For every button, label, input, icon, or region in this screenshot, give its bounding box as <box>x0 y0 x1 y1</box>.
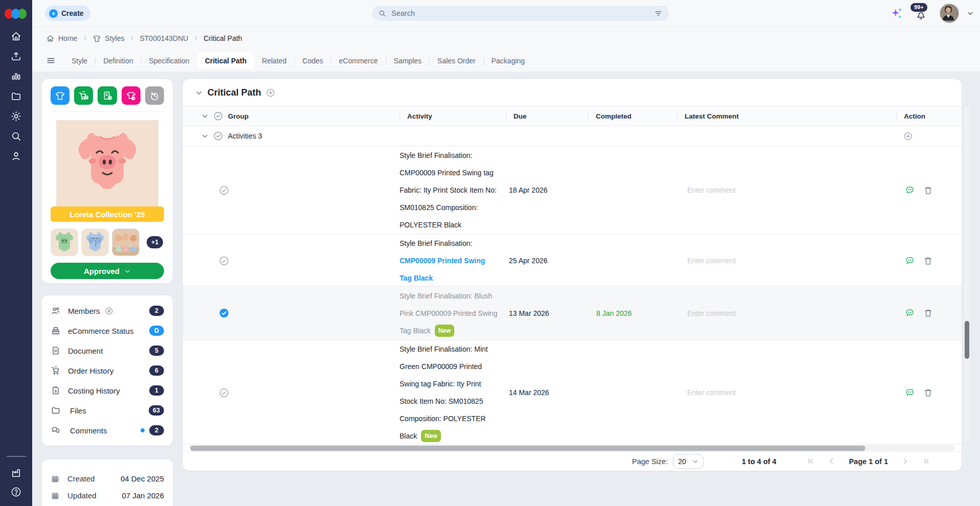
link-order-history[interactable]: Order History 6 <box>51 361 164 380</box>
check-all-icon[interactable] <box>213 111 223 121</box>
remove-style-button[interactable] <box>122 86 141 105</box>
tab-definition[interactable]: Definition <box>96 52 141 70</box>
horizontal-scrollbar-track[interactable] <box>189 445 955 451</box>
due-date[interactable]: 18 Apr 2026 <box>506 186 588 194</box>
thumbnail-blue-onesie[interactable] <box>81 228 109 256</box>
due-date[interactable]: 14 Mar 2026 <box>506 388 588 397</box>
help-icon[interactable] <box>10 486 22 498</box>
collection-banner[interactable]: Loreta Collection '25 <box>51 206 164 222</box>
comment-input[interactable] <box>677 388 882 397</box>
tab-specification[interactable]: Specification <box>142 52 197 70</box>
activity-link-line[interactable]: Tag Black <box>400 269 506 287</box>
breadcrumb-styles[interactable]: Styles <box>92 34 124 43</box>
previous-page-icon[interactable] <box>828 457 835 465</box>
trash-icon[interactable] <box>923 256 933 266</box>
tab-style[interactable]: Style <box>64 52 95 70</box>
home-icon[interactable] <box>10 31 22 42</box>
trash-icon[interactable] <box>923 308 933 318</box>
search-filter-icon[interactable] <box>654 9 663 18</box>
activity-cell[interactable]: Style Brief Finalisation: CMP00009 Print… <box>400 147 506 234</box>
link-comments[interactable]: Comments 2 <box>51 421 164 440</box>
reports-chart-icon[interactable] <box>10 71 22 82</box>
tab-critical-path[interactable]: Critical Path <box>197 52 254 70</box>
group-collapse-chevron-icon[interactable] <box>201 132 208 140</box>
tab-related[interactable]: Related <box>254 52 294 70</box>
row-checkbox-checked[interactable] <box>219 308 229 318</box>
page-size-select[interactable]: 20 <box>673 454 704 469</box>
activity-cell[interactable]: Style Brief Finalisation: Blush Pink CMP… <box>400 287 506 339</box>
comment-icon[interactable] <box>904 308 915 318</box>
more-images-badge[interactable]: +1 <box>147 236 163 248</box>
profile-chevron-down-icon[interactable] <box>967 10 974 17</box>
collapse-chevron-icon[interactable] <box>195 89 203 97</box>
add-activity-icon[interactable] <box>903 131 913 141</box>
row-checkbox-unchecked[interactable] <box>219 387 229 398</box>
comment-icon[interactable] <box>904 256 915 266</box>
first-page-icon[interactable] <box>807 457 814 465</box>
due-date[interactable]: 13 Mar 2026 <box>506 309 588 317</box>
thumbnail-green-onesie[interactable] <box>51 228 78 256</box>
trash-icon[interactable] <box>923 186 933 195</box>
tab-packaging[interactable]: Packaging <box>484 52 532 70</box>
shirt-remove-icon <box>126 90 136 101</box>
comment-icon[interactable] <box>904 185 915 196</box>
activity-link-line[interactable]: CMP00009 Printed Swing <box>400 252 506 269</box>
settings-gear-icon[interactable] <box>10 110 22 122</box>
thumbnail-babies-photo[interactable] <box>112 228 139 256</box>
vertical-scrollbar-track[interactable] <box>964 106 970 441</box>
style-main-image[interactable] <box>56 120 158 206</box>
last-page-icon[interactable] <box>922 457 930 465</box>
link-ecommerce-status[interactable]: eCommerce Status D <box>51 321 164 340</box>
user-icon[interactable] <box>10 150 22 162</box>
add-critical-path-icon[interactable] <box>266 88 275 98</box>
link-members[interactable]: Members 2 <box>51 301 164 320</box>
tab-samples[interactable]: Samples <box>386 52 429 70</box>
tab-ecommerce[interactable]: eCommerce <box>331 52 385 70</box>
activity-cell[interactable]: Style Brief Finalisation: Mint Green CMP… <box>400 340 506 445</box>
search-nav-icon[interactable] <box>10 130 22 142</box>
vertical-scrollbar-thumb[interactable] <box>965 321 969 359</box>
sidebar-nav <box>10 28 22 162</box>
ai-sparkle-icon[interactable] <box>890 7 903 20</box>
group-check-icon[interactable] <box>213 131 223 141</box>
add-document-button[interactable] <box>98 86 116 105</box>
completed-date[interactable]: 8 Jan 2026 <box>588 309 677 317</box>
factory-icon[interactable] <box>10 467 22 479</box>
chevron-down-icon[interactable] <box>201 112 208 120</box>
due-date[interactable]: 25 Apr 2026 <box>506 257 588 265</box>
link-files[interactable]: Files 63 <box>51 401 164 420</box>
comment-input[interactable] <box>677 309 882 318</box>
horizontal-scrollbar-thumb[interactable] <box>190 445 866 451</box>
search-input[interactable] <box>390 9 650 18</box>
global-search[interactable] <box>372 6 669 21</box>
row-select-cell <box>183 256 400 266</box>
activity-cell[interactable]: Style Brief Finalisation: CMP00009 Print… <box>400 235 506 287</box>
comment-input[interactable] <box>677 186 882 195</box>
add-to-order-button[interactable] <box>74 86 93 105</box>
status-dropdown-button[interactable]: Approved <box>51 263 164 279</box>
trash-icon[interactable] <box>923 388 933 398</box>
tab-codes[interactable]: Codes <box>295 52 331 70</box>
tab-menu-icon[interactable] <box>46 56 56 65</box>
tab-sales-order[interactable]: Sales Order <box>430 52 483 70</box>
notifications-button[interactable]: 99+ <box>911 3 932 24</box>
create-button[interactable]: + Create <box>45 6 90 21</box>
breadcrumb-style-code[interactable]: ST000143DNU <box>139 34 188 42</box>
avatar[interactable] <box>939 3 960 24</box>
breadcrumb-home[interactable]: Home <box>46 34 77 43</box>
comment-icon[interactable] <box>904 387 915 398</box>
history-button[interactable] <box>145 86 164 105</box>
row-checkbox-unchecked[interactable] <box>219 256 229 266</box>
add-member-icon[interactable] <box>105 307 113 315</box>
link-document[interactable]: Document 5 <box>51 341 164 360</box>
comment-input[interactable] <box>677 256 882 265</box>
folder-icon[interactable] <box>10 90 22 102</box>
next-page-icon[interactable] <box>901 457 909 465</box>
ecommerce-status-label: eCommerce Status <box>68 327 133 335</box>
app-logo[interactable] <box>0 0 32 28</box>
link-costing-history[interactable]: Costing History 1 <box>51 381 164 400</box>
users-icon <box>51 306 61 316</box>
upload-icon[interactable] <box>10 51 22 62</box>
row-checkbox-unchecked[interactable] <box>219 185 229 196</box>
style-action-button[interactable] <box>51 86 69 105</box>
